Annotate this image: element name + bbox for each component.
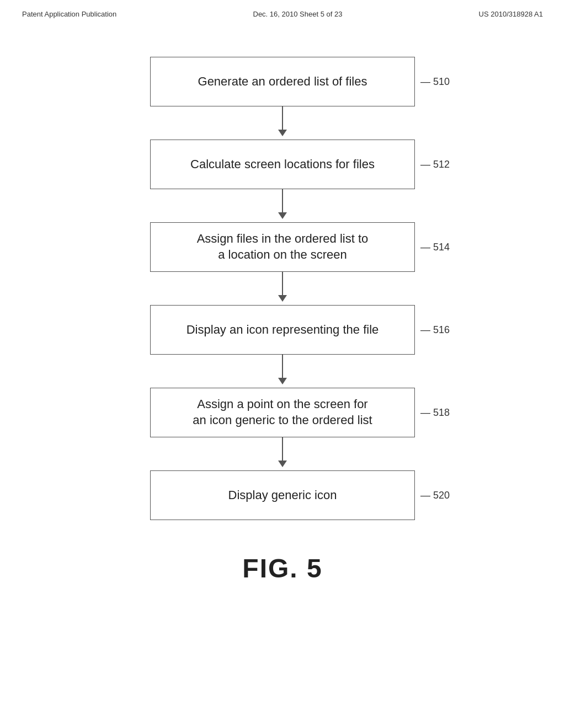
flow-arrow-1 [278,189,287,222]
flow-label-518: — 518 [420,407,450,419]
flow-box-520: Display generic icon [150,470,415,520]
arrow-head [278,378,287,384]
header-center: Dec. 16, 2010 Sheet 5 of 23 [253,10,343,18]
flow-label-514: — 514 [420,242,450,253]
header-right: US 2010/318928 A1 [479,10,543,18]
arrow-head [278,461,287,467]
flow-box-518: Assign a point on the screen for an icon… [150,388,415,437]
flow-box-510: Generate an ordered list of files [150,57,415,106]
arrow-head [278,295,287,302]
figure-caption: FIG. 5 [242,553,322,584]
arrow-line [282,272,283,295]
flow-arrow-0 [278,106,287,140]
flow-item-510: Generate an ordered list of files— 510 [150,57,415,106]
arrow-head [278,130,287,136]
flow-box-516: Display an icon representing the file [150,305,415,355]
page-header: Patent Application Publication Dec. 16, … [0,0,565,24]
flow-arrow-2 [278,272,287,305]
flow-item-512: Calculate screen locations for files— 51… [150,140,415,189]
flow-box-512: Calculate screen locations for files [150,140,415,189]
flow-item-520: Display generic icon— 520 [150,470,415,520]
arrow-line [282,106,283,130]
flow-item-514: Assign files in the ordered list to a lo… [150,222,415,272]
flow-arrow-3 [278,355,287,388]
arrow-head [278,212,287,219]
flow-label-520: — 520 [420,490,450,501]
arrow-line [282,355,283,378]
header-left: Patent Application Publication [22,10,116,18]
arrow-line [282,189,283,212]
flow-label-510: — 510 [420,76,450,88]
flow-label-512: — 512 [420,159,450,170]
flow-label-516: — 516 [420,324,450,336]
flow-item-518: Assign a point on the screen for an icon… [150,388,415,437]
flow-item-516: Display an icon representing the file— 5… [150,305,415,355]
flow-box-514: Assign files in the ordered list to a lo… [150,222,415,272]
arrow-line [282,437,283,461]
diagram-area: Generate an ordered list of files— 510Ca… [0,24,565,584]
flow-arrow-4 [278,437,287,470]
